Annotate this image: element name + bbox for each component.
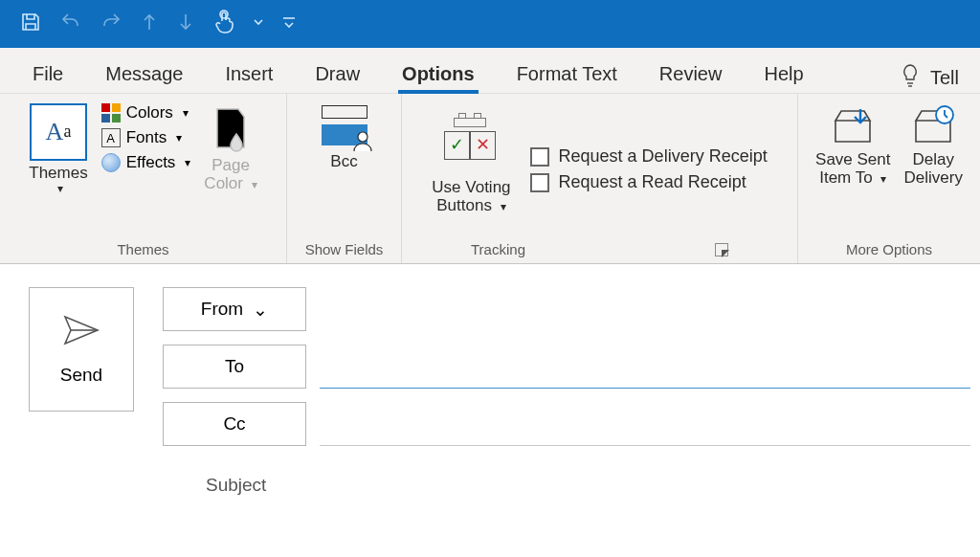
page-color-icon <box>210 103 252 153</box>
group-label-more-options: More Options <box>846 235 932 257</box>
cc-input[interactable] <box>320 402 970 446</box>
effects-button[interactable]: Effects▾ <box>101 153 191 172</box>
bcc-icon <box>318 103 371 149</box>
save-icon[interactable]: Save <box>19 11 42 37</box>
tab-insert[interactable]: Insert <box>204 54 294 93</box>
arrow-down-icon[interactable]: Next Item <box>176 11 195 37</box>
chevron-down-icon: ▾ <box>501 200 506 213</box>
page-color-button[interactable]: PageColor ▾ Page Color <box>204 103 256 192</box>
save-sent-icon <box>830 103 876 147</box>
colors-icon <box>101 103 121 123</box>
quick-access-toolbar: Save Undo Redo Previous Item Next Item T… <box>0 0 980 48</box>
from-button[interactable]: From⌄ <box>163 287 306 331</box>
tab-format-text[interactable]: Format Text <box>496 54 638 93</box>
ribbon: Aa Themes▾ Colors▾ A Fonts▾ Effects▾ <box>0 94 980 264</box>
ribbon-tabs: File Message Insert Draw Options Format … <box>0 48 980 94</box>
delay-delivery-icon <box>910 103 956 147</box>
bcc-button[interactable]: Bcc <box>318 103 371 171</box>
voting-icon <box>454 118 486 127</box>
group-label-tracking: Tracking <box>471 235 728 257</box>
tab-review[interactable]: Review <box>638 54 744 93</box>
tab-file[interactable]: File <box>11 54 84 93</box>
arrow-up-icon[interactable]: Previous Item <box>140 11 159 37</box>
themes-button[interactable]: Aa Themes▾ <box>29 103 87 195</box>
themes-icon: Aa <box>30 103 87 161</box>
group-label-show-fields: Show Fields <box>305 235 384 257</box>
colors-button[interactable]: Colors▾ <box>101 103 191 123</box>
group-tracking: ✓✕ Use VotingButtons ▾ Use Voting Button… <box>402 94 798 263</box>
svg-point-0 <box>220 11 228 18</box>
to-input[interactable] <box>320 345 970 389</box>
tab-message[interactable]: Message <box>84 54 204 93</box>
group-more-options: Save SentItem To ▾ Save Sent Item To Del… <box>798 94 980 263</box>
group-label-themes: Themes <box>117 235 168 257</box>
chevron-down-icon: ▾ <box>880 172 886 186</box>
send-icon <box>62 313 100 347</box>
effects-icon <box>101 153 121 172</box>
cc-button[interactable]: Cc <box>163 402 306 446</box>
delay-delivery-button[interactable]: DelayDelivery Delay Delivery <box>904 103 963 187</box>
send-button[interactable]: Send <box>29 287 134 412</box>
voting-buttons[interactable]: ✓✕ Use VotingButtons ▾ Use Voting Button… <box>432 123 510 214</box>
delivery-receipt-checkbox[interactable]: Request a Delivery Receipt <box>530 146 768 167</box>
fonts-button[interactable]: A Fonts▾ <box>101 128 191 147</box>
subject-label: Subject <box>29 475 980 496</box>
svg-point-1 <box>358 132 368 142</box>
group-show-fields: Bcc Show Fields <box>287 94 402 263</box>
touch-mode-icon[interactable]: Touch/Mouse Mode <box>212 10 235 38</box>
checkbox-icon <box>530 173 549 192</box>
chevron-down-icon: ▾ <box>176 131 182 145</box>
tab-draw[interactable]: Draw <box>294 54 381 93</box>
checkbox-icon <box>530 147 549 167</box>
tell-me[interactable]: Tell <box>900 63 969 93</box>
chevron-down-icon: ▾ <box>57 183 63 195</box>
compose-area: Send From⌄ To Cc Subject <box>0 264 980 496</box>
dialog-launcher-icon[interactable] <box>715 243 728 256</box>
undo-icon[interactable]: Undo <box>59 11 82 37</box>
customize-qat-icon[interactable]: Customize Quick Access Toolbar <box>281 11 297 37</box>
read-receipt-checkbox[interactable]: Request a Read Receipt <box>530 172 768 192</box>
chevron-down-icon: ▾ <box>183 106 189 120</box>
tell-me-label: Tell <box>930 67 959 89</box>
chevron-down-icon: ▾ <box>185 156 190 169</box>
tab-options[interactable]: Options <box>381 54 496 93</box>
chevron-down-icon: ⌄ <box>253 299 268 321</box>
group-themes: Aa Themes▾ Colors▾ A Fonts▾ Effects▾ <box>0 94 287 263</box>
to-button[interactable]: To <box>163 345 306 389</box>
tab-help[interactable]: Help <box>743 54 824 93</box>
fonts-icon: A <box>101 128 121 147</box>
save-sent-item-button[interactable]: Save SentItem To ▾ Save Sent Item To <box>815 103 890 187</box>
chevron-down-icon: ▾ <box>252 178 257 191</box>
chevron-down-icon[interactable] <box>253 11 264 37</box>
lightbulb-icon <box>900 63 921 93</box>
redo-icon[interactable]: Redo <box>100 11 122 37</box>
